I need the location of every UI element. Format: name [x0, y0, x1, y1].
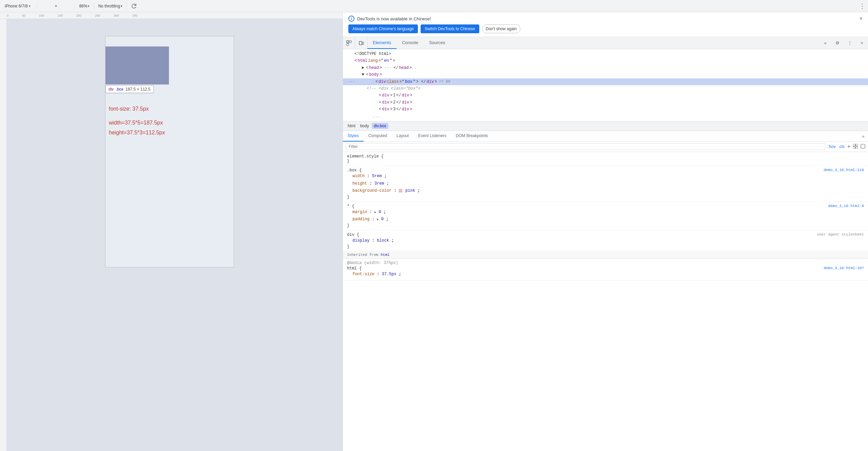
pseudo-class-toggle[interactable]: :hov [828, 144, 836, 149]
filter-input[interactable] [346, 143, 825, 150]
tree-line[interactable]: <!DOCTYPE html> [343, 51, 868, 57]
annotation-line1: font-size: 37.5px [109, 104, 165, 114]
cls-toggle[interactable]: .cls [838, 144, 845, 149]
tree-line-ellipsis[interactable]: ... [343, 113, 868, 120]
inherited-header: Inherited from html [343, 251, 868, 259]
subtab-computed[interactable]: Computed [364, 131, 392, 142]
width-input[interactable]: 375 [41, 4, 53, 8]
sep2 [75, 3, 75, 10]
phone-frame: div.box 187.5 × 112.5 font-size: 37.5px … [105, 36, 234, 267]
device-selector[interactable]: iPhone 6/7/8 ▾ [3, 3, 33, 9]
style-block-star: * { demo_3_10.html:8 margin : ► 0 ; padd… [343, 202, 868, 230]
subtab-dom-breakpoints[interactable]: DOM Breakpoints [451, 131, 493, 142]
style-source-div: user agent stylesheet [817, 232, 864, 237]
style-prop: font-size : 37.5px ; [347, 271, 864, 278]
tree-line[interactable]: <div> 2 </div> [343, 99, 868, 106]
viewport-content: div.box 187.5 × 112.5 font-size: 37.5px … [7, 19, 343, 451]
svg-rect-9 [861, 144, 865, 148]
tick-300: 300 [114, 14, 119, 17]
new-style-rule-button[interactable]: + [847, 144, 850, 150]
device-label: iPhone 6/7/8 [5, 4, 27, 8]
breadcrumb-divbox[interactable]: div.box [372, 123, 388, 129]
tab-more-button[interactable]: » [819, 37, 831, 49]
style-selector: element.style { [347, 154, 864, 159]
tick-0: 0 [7, 14, 8, 17]
breadcrumb-body[interactable]: body [358, 123, 371, 129]
viewport-area: 0 50 100 150 200 250 300 350 div.box [0, 12, 343, 451]
notification-banner: i DevTools is now available in Chinese! … [343, 12, 868, 37]
tree-line[interactable]: <div> 3 </div> [343, 106, 868, 113]
ruler-ticks: 0 50 100 150 200 250 300 350 [0, 12, 151, 19]
style-selector-row: @media (width: 375px) [347, 261, 864, 265]
tab-sources[interactable]: Sources [424, 37, 451, 49]
zoom-chevron-icon: ▾ [88, 4, 90, 8]
breadcrumb: html body div.box [343, 121, 868, 131]
tree-line-selected[interactable]: ··· <div class="box" > </div> == $0 [343, 78, 868, 85]
tick-250: 250 [95, 14, 100, 17]
tree-line[interactable]: <html lang="en" > [343, 57, 868, 64]
match-language-button[interactable]: Always match Chrome's language [348, 24, 418, 33]
switch-to-chinese-button[interactable]: Switch DevTools to Chinese [421, 24, 479, 33]
expand-triangle[interactable]: ► [374, 211, 376, 214]
new-property-icon[interactable] [853, 144, 858, 150]
dont-show-again-button[interactable]: Don't show again [482, 24, 521, 33]
style-block-element: element.style { } [343, 152, 868, 166]
subtab-layout[interactable]: Layout [392, 131, 413, 142]
style-selector-row: * { demo_3_10.html:8 [347, 204, 864, 209]
tab-console[interactable]: Console [397, 37, 424, 49]
annotation-line2: width=37.5*5=187.5px [109, 118, 165, 128]
sep3 [94, 3, 94, 10]
subtab-styles[interactable]: Styles [343, 131, 364, 142]
ruler-left [0, 19, 7, 451]
settings-button[interactable]: ⚙ [831, 37, 844, 49]
html-tree: <!DOCTYPE html> <html lang="en" > ► <hea… [343, 49, 868, 121]
styles-content: element.style { } .box { demo_3_10.html:… [343, 152, 868, 451]
breadcrumb-html[interactable]: html [346, 123, 358, 129]
notif-buttons: Always match Chrome's language Switch De… [348, 24, 863, 33]
style-prop: padding : ► 0 ; [347, 216, 864, 223]
tab-elements[interactable]: Elements [367, 37, 397, 49]
svg-rect-0 [347, 41, 349, 43]
expand-triangle[interactable]: ► [377, 218, 379, 221]
tree-line[interactable]: <!-- <div class="box"> [343, 85, 868, 92]
style-block-media: @media (width: 375px) html { demo_3_10.h… [343, 259, 868, 281]
notif-close-button[interactable]: × [860, 16, 863, 21]
style-close-brace: } [347, 195, 864, 200]
style-block-div: div { user agent stylesheet display : bl… [343, 230, 868, 252]
devtools-kebab-button[interactable]: ⋮ [844, 37, 856, 49]
inspect-icon[interactable] [343, 37, 355, 49]
zoom-selector[interactable]: 86% ▾ [79, 4, 90, 8]
subtab-event-listeners[interactable]: Event Listeners [413, 131, 451, 142]
tree-collapse-body[interactable]: ▼ [361, 71, 365, 78]
style-source-star[interactable]: demo_3_10.html:8 [828, 204, 864, 208]
throttle-selector[interactable]: No throttling ▾ [98, 4, 122, 8]
tick-200: 200 [76, 14, 81, 17]
devtools-close-button[interactable]: × [856, 37, 868, 49]
more-button[interactable]: ⋮ [859, 2, 865, 10]
dimensions: 375 × 667 [41, 4, 71, 8]
style-source-box[interactable]: demo_3_10.html:118 [824, 168, 864, 172]
devtools-tab-bar: Elements Console Sources » ⚙ ⋮ × [343, 37, 868, 49]
svg-rect-7 [853, 147, 855, 149]
style-close-brace: } [347, 159, 864, 164]
height-input[interactable]: 667 [58, 4, 71, 8]
style-source-html[interactable]: demo_3_10.html:107 [824, 266, 864, 270]
subtab-more-button[interactable]: » [859, 131, 868, 142]
color-swatch[interactable] [399, 189, 402, 192]
tooltip-dims: 187.5 × 112.5 [126, 87, 151, 92]
style-selector-row: div { user agent stylesheet [347, 232, 864, 237]
tree-line[interactable]: <div> 1 </div> [343, 92, 868, 99]
device-toggle-icon[interactable] [355, 37, 367, 49]
top-toolbar: iPhone 6/7/8 ▾ 375 × 667 86% ▾ No thrott… [0, 0, 868, 12]
tree-line[interactable]: ▼ <body> [343, 71, 868, 78]
demo-box-element [105, 46, 169, 84]
notif-title-row: i DevTools is now available in Chinese! … [348, 16, 863, 22]
tree-expand-head[interactable]: ► [361, 64, 365, 71]
style-prop: display : block ; [347, 237, 864, 245]
sep4 [127, 3, 127, 10]
svg-rect-2 [349, 41, 351, 43]
color-palette-icon[interactable] [861, 144, 865, 150]
tree-line[interactable]: ► <head> ··· </head> [343, 64, 868, 71]
notif-title: DevTools is now available in Chinese! [357, 16, 431, 21]
rotate-button[interactable] [131, 3, 138, 10]
